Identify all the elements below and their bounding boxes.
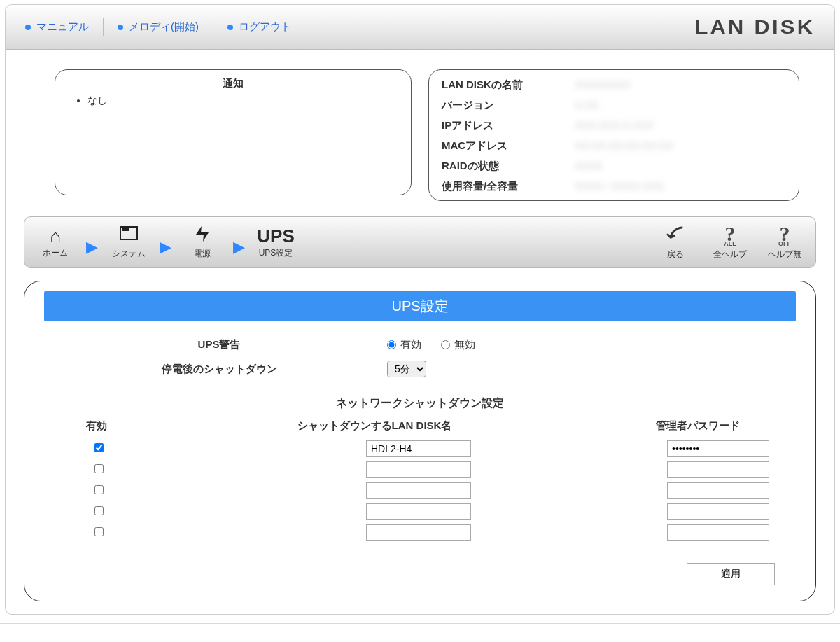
status-label: LAN DISKの名前 (442, 74, 575, 95)
shutdown-delay-select[interactable]: 5分 (387, 361, 426, 377)
ups-warning-disable-radio[interactable] (441, 340, 450, 349)
enable-text: 有効 (400, 338, 421, 351)
breadcrumb-bar: ⌂ ホーム ▶ システム ▶ 電源 ▶ UPS UPS設定 (24, 216, 816, 268)
power-label: 電源 (194, 248, 211, 260)
breadcrumb-home[interactable]: ⌂ ホーム (36, 226, 75, 259)
ns-name-input[interactable] (366, 440, 471, 457)
status-row-capacity: 使用容量/全容量 XXXX / XXXX (XX) (442, 176, 786, 196)
back-button[interactable]: 戻る (656, 225, 695, 260)
ups-warning-disable[interactable]: 無効 (441, 338, 475, 351)
logout-label: ログアウト (239, 20, 291, 34)
ns-name-input[interactable] (366, 503, 471, 520)
status-value: XXXX (575, 155, 603, 176)
col-pass-header: 管理者パスワード (600, 419, 796, 433)
status-label: IPアドレス (442, 115, 575, 135)
manual-link[interactable]: マニュアル (25, 18, 103, 36)
dot-icon (227, 25, 233, 30)
status-row-ip: IPアドレス XXX.XXX.X.XXX (442, 115, 786, 135)
status-value: XXXX / XXXX (XX) (575, 176, 664, 196)
ns-enable-checkbox[interactable] (94, 527, 104, 536)
shutdown-delay-label: 停電後のシャットダウン (65, 363, 373, 376)
chevron-right-icon: ▶ (86, 238, 98, 256)
apply-row: 適用 (44, 563, 796, 585)
settings-panel: UPS設定 UPS警告 有効 無効 停電後のシャットダウン 5分 (24, 281, 816, 601)
disable-text: 無効 (454, 338, 475, 351)
ns-enable-checkbox[interactable] (94, 485, 104, 494)
page-container: マニュアル メロディ(開始) ログアウト LAN DISK 通知 なし LAN … (5, 4, 835, 615)
status-row-version: バージョン X.XX (442, 95, 786, 115)
home-icon: ⌂ (50, 226, 61, 246)
ups-warning-enable-radio[interactable] (387, 340, 396, 349)
back-label: 戻る (667, 249, 684, 260)
chevron-right-icon: ▶ (233, 238, 245, 256)
status-label: MACアドレス (442, 135, 575, 155)
help-off-button[interactable]: ? OFF ヘルプ無 (765, 226, 804, 260)
help-all-button[interactable]: ? ALL 全ヘルプ (710, 226, 750, 260)
info-row: 通知 なし LAN DISKの名前 XXXXXXXX バージョン X.XX IP… (6, 50, 834, 208)
ns-name-input[interactable] (366, 461, 471, 478)
help-off-label: ヘルプ無 (768, 249, 802, 260)
breadcrumb-power[interactable]: 電源 (183, 225, 222, 260)
status-value: XXX.XXX.X.XXX (575, 115, 654, 135)
network-shutdown-table: 有効 シャットダウンするLAN DISK名 管理者パスワード (44, 417, 796, 543)
status-value: X.XX (575, 95, 598, 115)
status-row-mac: MACアドレス XX:XX:XX:XX:XX:XX (442, 135, 786, 155)
breadcrumb-left: ⌂ ホーム ▶ システム ▶ 電源 ▶ UPS UPS設定 (36, 225, 295, 260)
melody-label: メロディ(開始) (129, 20, 199, 34)
ns-header: 有効 シャットダウンするLAN DISK名 管理者パスワード (44, 417, 796, 438)
question-icon: ? (780, 226, 790, 241)
ns-name-input[interactable] (366, 482, 471, 499)
ns-enable-checkbox[interactable] (94, 443, 104, 452)
status-label: RAIDの状態 (442, 155, 575, 176)
ns-pass-input[interactable] (667, 461, 769, 478)
ns-enable-checkbox[interactable] (94, 464, 104, 473)
home-label: ホーム (43, 247, 68, 259)
ns-row (44, 480, 796, 501)
back-icon (665, 225, 686, 247)
manual-label: マニュアル (36, 20, 89, 34)
breadcrumb-ups[interactable]: UPS UPS設定 (256, 226, 295, 259)
section-title: UPS設定 (44, 291, 796, 321)
melody-link[interactable]: メロディ(開始) (103, 18, 213, 36)
network-shutdown-title: ネットワークシャットダウン設定 (44, 396, 796, 411)
ups-warning-enable[interactable]: 有効 (387, 338, 421, 351)
power-icon (193, 225, 211, 246)
ups-warning-control: 有効 無効 (387, 338, 775, 351)
footer-copyright: © I-O DATA DEVICE, INC. (0, 624, 840, 642)
question-icon: ? (725, 226, 736, 241)
status-value: XXXXXXXX (575, 74, 631, 95)
apply-button[interactable]: 適用 (687, 563, 775, 585)
topbar-links: マニュアル メロディ(開始) ログアウト (25, 18, 305, 36)
chevron-right-icon: ▶ (160, 238, 172, 256)
ns-pass-input[interactable] (667, 440, 769, 457)
ns-pass-input[interactable] (667, 503, 769, 520)
breadcrumb-right: 戻る ? ALL 全ヘルプ ? OFF ヘルプ無 (656, 225, 804, 260)
topbar: マニュアル メロディ(開始) ログアウト LAN DISK (6, 5, 834, 50)
svg-rect-1 (122, 228, 129, 231)
ns-enable-checkbox[interactable] (94, 506, 104, 515)
row-ups-warning: UPS警告 有効 無効 (44, 334, 796, 356)
system-label: システム (112, 248, 146, 260)
ns-pass-input[interactable] (667, 482, 769, 499)
ns-row (44, 522, 796, 543)
ups-warning-label: UPS警告 (65, 338, 373, 351)
status-label: 使用容量/全容量 (442, 176, 575, 196)
brand-logo: LAN DISK (694, 16, 815, 39)
ns-pass-input[interactable] (667, 524, 769, 541)
status-row-name: LAN DISKの名前 XXXXXXXX (442, 74, 786, 95)
breadcrumb-system[interactable]: システム (109, 225, 148, 260)
col-name-header: シャットダウンするLAN DISK名 (149, 419, 600, 433)
status-value: XX:XX:XX:XX:XX:XX (575, 135, 673, 155)
help-all-label: 全ヘルプ (713, 249, 747, 260)
logout-link[interactable]: ログアウト (213, 18, 305, 36)
notice-title: 通知 (68, 77, 398, 90)
help-off-sub: OFF (778, 241, 791, 247)
ns-name-input[interactable] (366, 524, 471, 541)
ups-label: UPS設定 (259, 247, 293, 259)
ns-row (44, 438, 796, 459)
ns-row (44, 501, 796, 522)
ns-row (44, 459, 796, 480)
dot-icon (25, 25, 31, 30)
notice-list: なし (68, 95, 398, 107)
status-label: バージョン (442, 95, 575, 115)
